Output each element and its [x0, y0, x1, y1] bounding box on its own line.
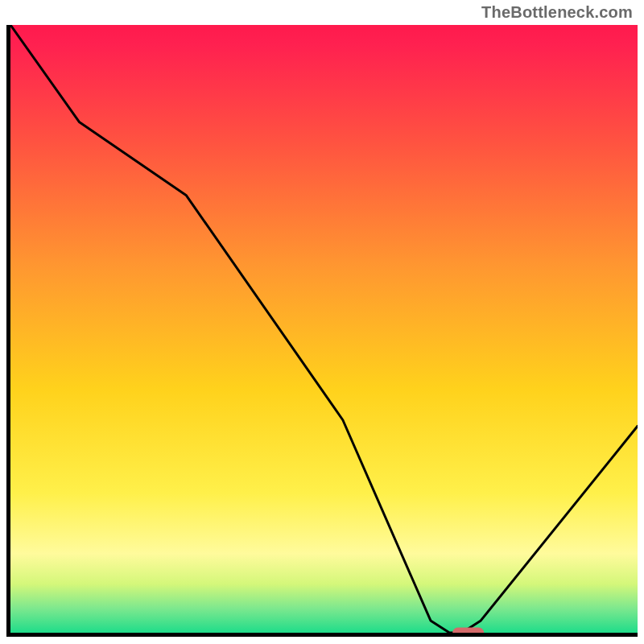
chart-curve	[10, 25, 638, 633]
chart-axes-frame	[6, 25, 638, 637]
marker-pill	[452, 628, 484, 634]
watermark-text: TheBottleneck.com	[481, 3, 633, 22]
chart-overlay	[10, 25, 638, 633]
